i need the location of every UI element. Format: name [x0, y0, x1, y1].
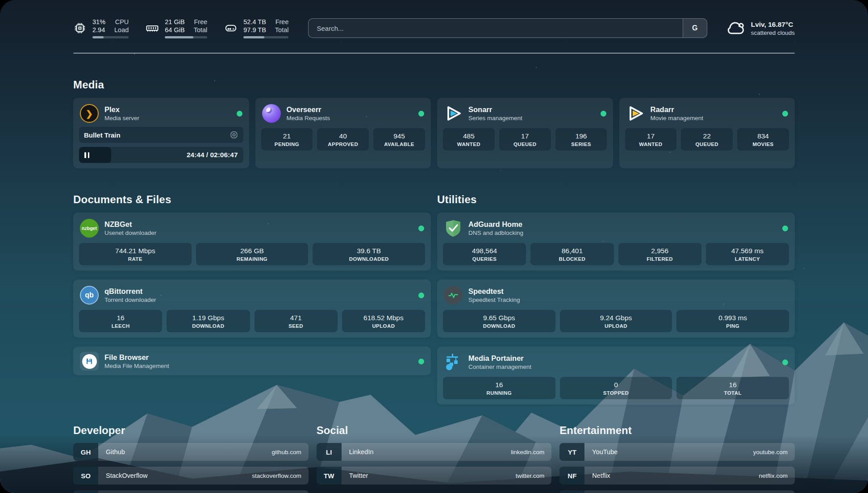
service-card-filebrowser: File Browser Media File Management — [73, 347, 431, 375]
service-description: Usenet downloader — [104, 230, 156, 236]
bookmark-label: Github — [98, 443, 272, 461]
pause-icon[interactable] — [84, 152, 89, 158]
stat-box: 17 WANTED — [625, 128, 677, 150]
bookmark-url: netflix.com — [759, 467, 795, 485]
stat-value: 498,564 — [444, 247, 525, 255]
bookmark-netflix[interactable]: NF Netflix netflix.com — [559, 467, 795, 485]
stat-box: 17 QUEUED — [499, 128, 551, 150]
disk-total-value: 97.9 TB — [243, 26, 266, 34]
stat-box: 21 PENDING — [261, 128, 313, 150]
stat-box: 0.993 ms PING — [676, 310, 789, 332]
service-link-radarr[interactable]: Radarr Movie management — [625, 103, 789, 123]
stat-box: 485 WANTED — [443, 128, 495, 150]
stat-box: 86,401 BLOCKED — [530, 243, 613, 265]
stat-label: LATENCY — [707, 256, 788, 262]
stat-value: 945 — [374, 132, 424, 140]
stat-box: 9.24 Gbps UPLOAD — [560, 310, 672, 332]
status-dot — [418, 359, 424, 364]
bookmark-url: reddit.com — [760, 490, 795, 493]
stats-row: 744.21 Mbps RATE 266 GB REMAINING 39.6 T… — [79, 243, 425, 265]
stat-value: 266 GB — [197, 247, 308, 255]
stat-label: FILTERED — [619, 256, 701, 262]
status-dot — [782, 359, 788, 365]
cpu-label: CPU — [114, 18, 129, 26]
bookmark-github[interactable]: GH Github github.com — [73, 443, 309, 461]
status-dot — [418, 111, 424, 117]
service-link-speedtest[interactable]: Speedtest Speedtest Tracking — [443, 285, 789, 305]
stat-label: DOWNLOADED — [313, 256, 424, 262]
memory-progress-fill — [165, 36, 193, 38]
bookmark-url: stackoverflow.com — [252, 467, 308, 485]
service-link-filebrowser[interactable]: File Browser Media File Management — [79, 351, 425, 371]
service-card-overseerr: Overseerr Media Requests 21 PENDING 40 A… — [255, 98, 431, 168]
status-dot — [418, 292, 424, 298]
service-card-nzbget: nzbget NZBGet Usenet downloader 744.21 M… — [73, 213, 431, 271]
service-card-sonarr: Sonarr Series management 485 WANTED 17 Q… — [437, 98, 613, 168]
service-description: DNS and adblocking — [468, 230, 523, 236]
service-link-portainer[interactable]: Media Portainer Container management — [443, 352, 789, 372]
search-input[interactable] — [309, 19, 682, 38]
stat-value: 21 — [262, 132, 312, 140]
stat-label: SEED — [255, 323, 337, 329]
service-link-overseerr[interactable]: Overseerr Media Requests — [261, 103, 426, 123]
bookmark-youtube[interactable]: YT YouTube youtube.com — [559, 443, 795, 461]
service-card-radarr: Radarr Movie management 17 WANTED 22 QUE… — [619, 98, 795, 168]
service-name: Overseerr — [287, 105, 330, 114]
bookmark-twitter[interactable]: TW Twitter twitter.com — [317, 467, 552, 485]
memory-free-value: 21 GiB — [165, 18, 184, 26]
status-dot — [418, 226, 424, 231]
stat-label: UPLOAD — [343, 323, 424, 329]
qbittorrent-logo: qb — [80, 286, 99, 305]
resource-widgets: 31% 2.94 CPU Load — [73, 18, 288, 38]
stat-value: 485 — [444, 132, 494, 140]
service-description: Container management — [468, 363, 531, 370]
media-cards: ❯ Plex Media server Bullet Train — [73, 98, 795, 168]
cpu-widget: 31% 2.94 CPU Load — [73, 18, 129, 38]
stat-box: 498,564 QUERIES — [443, 243, 526, 265]
stat-label: APPROVED — [318, 142, 368, 147]
sonarr-logo — [444, 104, 463, 123]
disk-progress-track — [243, 36, 288, 38]
search-provider-button[interactable]: G — [683, 19, 707, 38]
playback-elapsed — [79, 147, 111, 163]
stat-value: 9.24 Gbps — [561, 314, 672, 322]
stats-row: 21 PENDING 40 APPROVED 945 AVAILABLE — [261, 128, 426, 150]
bookmark-abbr: DT — [73, 490, 98, 493]
service-card-portainer: Media Portainer Container management 16 … — [437, 347, 795, 405]
stat-label: MOVIES — [738, 142, 788, 147]
bookmark-linkedin[interactable]: LI LinkedIn linkedin.com — [317, 443, 552, 461]
stat-box: 618.52 Mbps UPLOAD — [342, 310, 425, 332]
dashboard: 31% 2.94 CPU Load — [0, 0, 868, 493]
stat-label: QUERIES — [444, 256, 525, 262]
stat-label: STOPPED — [561, 390, 672, 396]
bookmark-dev[interactable]: DT DEV dev.to — [73, 490, 309, 493]
service-description: Media server — [104, 115, 139, 121]
service-link-nzbget[interactable]: nzbget NZBGet Usenet downloader — [79, 218, 425, 238]
service-name: Sonarr — [468, 105, 522, 114]
stat-label: AVAILABLE — [374, 142, 424, 147]
service-card-qbittorrent: qb qBittorrent Torrent downloader 16 LEE… — [73, 280, 431, 338]
bookmark-url: github.com — [272, 443, 309, 461]
bookmark-reddit[interactable]: RE Reddit reddit.com — [559, 490, 795, 493]
service-link-plex[interactable]: ❯ Plex Media server — [79, 103, 243, 123]
bookmark-label: DEV — [98, 490, 285, 493]
cpu-usage-value: 31% — [92, 18, 105, 26]
stat-label: QUEUED — [500, 142, 550, 147]
section-title-media: Media — [73, 79, 795, 91]
service-link-adguard[interactable]: AdGuard Home DNS and adblocking — [443, 218, 789, 238]
stat-box: 1.19 Gbps DOWNLOAD — [167, 310, 250, 332]
stat-value: 17 — [626, 132, 676, 140]
stat-box: 16 RUNNING — [443, 377, 555, 399]
service-link-qbittorrent[interactable]: qb qBittorrent Torrent downloader — [79, 285, 425, 305]
stats-row: 498,564 QUERIES 86,401 BLOCKED 2,956 FIL… — [443, 243, 789, 265]
bookmark-label: LinkedIn — [342, 443, 511, 461]
service-name: qBittorrent — [104, 287, 156, 296]
stat-value: 86,401 — [531, 247, 613, 255]
bookmark-stackoverflow[interactable]: SO StackOverflow stackoverflow.com — [73, 467, 309, 485]
stat-value: 0 — [561, 381, 672, 389]
stat-label: BLOCKED — [531, 256, 613, 262]
service-link-sonarr[interactable]: Sonarr Series management — [443, 103, 607, 123]
section-title-utilities: Utilities — [437, 193, 795, 206]
memory-progress-track — [165, 36, 207, 38]
stat-box: 22 QUEUED — [681, 128, 733, 150]
